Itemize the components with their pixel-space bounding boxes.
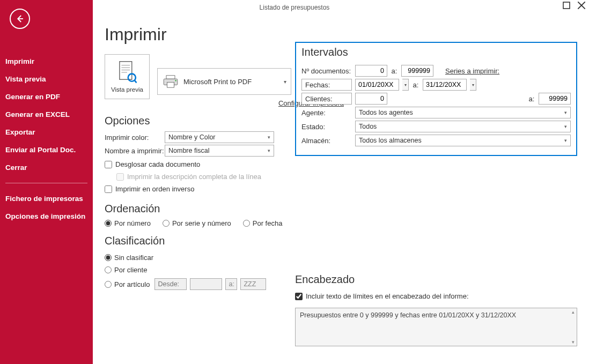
agente-label: Agente: (301, 109, 352, 117)
sidebar-item-enviar-portal[interactable]: Enviar al Portal Doc. (0, 141, 93, 159)
imprimir-color-value: Nombre y Color (168, 133, 216, 141)
radio-sin-clasificar[interactable]: Sin clasificar (105, 254, 577, 262)
sidebar-item-exportar[interactable]: Exportar (0, 123, 93, 141)
scrollbar[interactable]: ▴▾ (570, 309, 576, 345)
series-imprimir-link[interactable]: Series a imprimir: (445, 67, 499, 75)
fecha-from-input[interactable] (355, 79, 399, 91)
sidebar-item-opciones-impresion[interactable]: Opciones de impresión (0, 207, 93, 225)
chk-incluir-texto-label: Incluir texto de límites en el encabezad… (306, 292, 469, 300)
chk-desglosar[interactable]: Desglosar cada documento (105, 160, 200, 168)
a-value-input[interactable] (240, 278, 266, 290)
fecha-from-dd[interactable]: ▾ (402, 79, 409, 91)
chevron-down-icon: ▾ (268, 135, 270, 140)
a-label-clientes: a: (528, 95, 535, 103)
sidebar-separator (5, 183, 87, 183)
desde-input[interactable] (154, 278, 187, 290)
encabezado-title: Encabezado (295, 273, 577, 286)
preview-label: Vista previa (111, 86, 143, 93)
clasificacion-title: Clasificación (105, 235, 577, 247)
a-label: a: (391, 67, 398, 75)
chk-desc-linea-input (116, 173, 124, 181)
svg-point-14 (175, 80, 176, 81)
intervalos-panel: Intervalos Nº documentos: a: Series a im… (295, 42, 577, 156)
nombre-select[interactable]: Nombre fiscal ▾ (165, 145, 274, 157)
printer-dropdown[interactable]: Microsoft Print to PDF ▾ (157, 68, 291, 95)
chevron-down-icon: ▾ (564, 138, 567, 143)
fecha-to-dd[interactable]: ▾ (470, 79, 476, 91)
chevron-down-icon: ▾ (564, 124, 567, 129)
ndoc-label: Nº documentos: (301, 67, 352, 75)
chevron-down-icon: ▾ (268, 148, 270, 153)
agente-select[interactable]: Todos los agentes ▾ (355, 107, 571, 118)
chk-desc-linea-label: Imprimir la descripción completa de la l… (127, 173, 261, 181)
radio-por-serie[interactable]: Por serie y número (163, 219, 231, 227)
a-label-input[interactable] (225, 278, 237, 290)
sidebar-item-generar-excel[interactable]: Generar en EXCEL (0, 106, 93, 123)
window-maximize-icon[interactable] (562, 1, 571, 10)
agente-value: Todos los agentes (359, 109, 413, 116)
estado-select[interactable]: Todos ▾ (355, 121, 571, 132)
printer-icon (162, 74, 179, 89)
preview-button[interactable]: Vista previa (105, 54, 150, 99)
window-close-icon[interactable] (577, 1, 586, 10)
sidebar-item-fichero-impresoras[interactable]: Fichero de impresoras (0, 190, 93, 207)
radio-por-numero[interactable]: Por número (105, 219, 151, 227)
clientes-to-input[interactable] (539, 93, 571, 105)
document-preview-icon (117, 61, 137, 84)
svg-rect-11 (166, 76, 175, 79)
svg-line-10 (134, 80, 136, 83)
a-label-fecha: a: (412, 81, 419, 89)
chk-desglosar-label: Desglosar cada documento (115, 160, 200, 168)
imprimir-color-select[interactable]: Nombre y Color ▾ (165, 131, 274, 143)
estado-label: Estado: (301, 123, 352, 131)
window-title: Listado de presupuestos (260, 4, 330, 11)
chk-incluir-texto-input[interactable] (295, 293, 303, 300)
back-button[interactable] (10, 9, 30, 29)
almacen-label: Almacén: (301, 137, 352, 145)
ndoc-from-input[interactable] (355, 65, 387, 77)
sidebar-item-imprimir[interactable]: Imprimir (0, 53, 93, 70)
desde-value-input[interactable] (190, 278, 222, 290)
almacen-value: Todos los almacenes (359, 137, 422, 144)
ndoc-to-input[interactable] (401, 65, 433, 77)
almacen-select[interactable]: Todos los almacenes ▾ (355, 135, 571, 146)
nombre-value: Nombre fiscal (168, 147, 209, 154)
radio-por-fecha[interactable]: Por fecha (243, 219, 283, 227)
chevron-down-icon: ▾ (564, 110, 567, 115)
printer-name: Microsoft Print to PDF (183, 78, 252, 86)
chk-orden-inverso[interactable]: Imprimir en orden inverso (105, 185, 194, 193)
intervalos-title: Intervalos (301, 46, 571, 58)
sidebar: Imprimir Vista previa Generar en PDF Gen… (0, 0, 93, 364)
chevron-down-icon: ▾ (284, 79, 286, 85)
chk-desc-linea: Imprimir la descripción completa de la l… (116, 173, 261, 181)
chk-orden-inverso-input[interactable] (105, 185, 112, 193)
clientes-button[interactable]: Clientes: (301, 93, 352, 105)
chk-desglosar-input[interactable] (105, 161, 112, 168)
fecha-to-input[interactable] (423, 79, 467, 91)
fechas-button[interactable]: Fechas: (301, 79, 352, 91)
sidebar-item-generar-pdf[interactable]: Generar en PDF (0, 88, 93, 106)
encabezado-textarea[interactable]: Presupuestos entre 0 y 999999 y fechas e… (295, 308, 577, 346)
clientes-from-input[interactable] (355, 93, 387, 105)
svg-rect-13 (167, 83, 174, 88)
svg-rect-0 (563, 2, 570, 9)
ordenacion-title: Ordenación (105, 203, 577, 215)
sidebar-item-vista-previa[interactable]: Vista previa (0, 70, 93, 88)
encabezado-text: Presupuestos entre 0 y 999999 y fechas e… (300, 311, 516, 319)
encabezado-panel: Encabezado Incluir texto de límites en e… (295, 266, 577, 346)
chk-orden-inverso-label: Imprimir en orden inverso (115, 185, 194, 193)
nombre-label: Nombre a imprimir: (105, 147, 165, 155)
svg-rect-4 (120, 62, 132, 79)
estado-value: Todos (359, 123, 377, 130)
sidebar-item-cerrar[interactable]: Cerrar (0, 159, 93, 176)
chk-incluir-texto[interactable]: Incluir texto de límites en el encabezad… (295, 292, 469, 300)
imprimir-color-label: Imprimir color: (105, 133, 165, 142)
